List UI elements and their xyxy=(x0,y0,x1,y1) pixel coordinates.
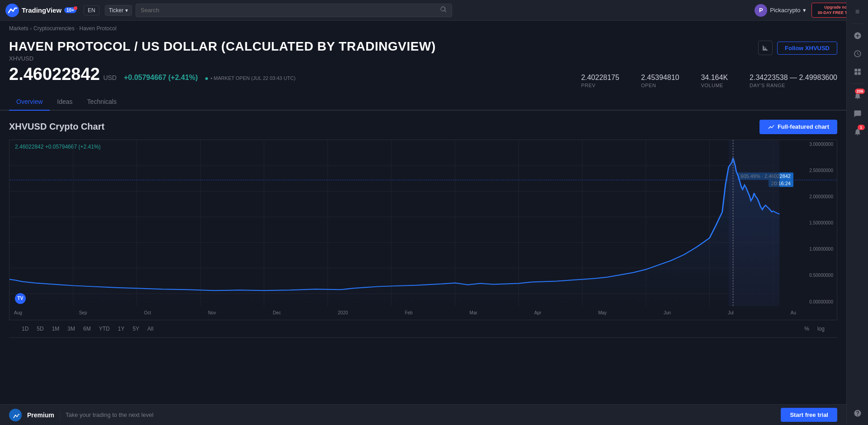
tf-log-button[interactable]: log xyxy=(814,324,828,334)
ticker-label: Ticker xyxy=(109,7,123,14)
price-main: 2.46022842 xyxy=(9,65,100,84)
chart-svg xyxy=(9,140,837,320)
stat-open-label: OPEN xyxy=(641,83,679,88)
price-display: 2.46022842 USD xyxy=(9,65,117,83)
chart-header: XHVUSD Crypto Chart Full-featured chart xyxy=(9,120,837,134)
sidebar-clock-icon[interactable] xyxy=(849,46,866,62)
sidebar-grid-icon[interactable] xyxy=(849,64,866,80)
tf-5d-button[interactable]: 5D xyxy=(33,324,47,334)
tf-5y-button[interactable]: 5Y xyxy=(129,324,143,334)
sidebar-divider-1 xyxy=(851,23,864,24)
user-chevron-icon: ▾ xyxy=(803,7,806,14)
search-bar xyxy=(136,4,452,17)
ticker-select[interactable]: Ticker ▾ xyxy=(105,5,132,16)
search-icon xyxy=(440,6,447,14)
stat-range: 2.34223538 — 2.49983600 DAY'S RANGE xyxy=(750,74,837,88)
logo-area[interactable]: TradingView 10+ xyxy=(5,4,76,17)
header-left: HAVEN PROTOCOL / US DOLLAR (CALCULATED B… xyxy=(9,39,436,62)
x-axis: Aug Sep Oct Nov Dec 2020 Feb Mar Apr May… xyxy=(14,306,796,320)
chart-title: XHVUSD Crypto Chart xyxy=(9,121,104,132)
stat-range-label: DAY'S RANGE xyxy=(750,83,837,88)
topnav: TradingView 10+ EN Ticker ▾ P Pickacrypt… xyxy=(0,0,868,21)
premium-label: Premium xyxy=(27,411,54,419)
tf-ytd-button[interactable]: YTD xyxy=(95,324,113,334)
language-button[interactable]: EN xyxy=(84,5,99,15)
stat-volume: 34.164K VOLUME xyxy=(701,74,728,88)
price-usd-label: USD xyxy=(103,74,117,81)
price-stats: 2.40228175 PREV 2.45394810 OPEN 34.164K … xyxy=(581,74,837,88)
premium-separator xyxy=(60,410,60,420)
sidebar-help-icon[interactable] xyxy=(849,405,866,421)
tabs-row: Overview Ideas Technicals xyxy=(0,93,846,111)
tv-watermark: TV xyxy=(15,293,26,304)
ticker-chevron-icon: ▾ xyxy=(125,7,128,14)
sidebar-bell2-icon[interactable]: 1 xyxy=(849,124,866,140)
symbol-subtitle: XHVUSD xyxy=(9,55,436,62)
tf-1m-button[interactable]: 1M xyxy=(48,324,63,334)
market-dot xyxy=(205,77,208,80)
right-sidebar: ≡ 206 1 xyxy=(846,0,868,425)
premium-description: Take your trading to the next level xyxy=(66,411,776,418)
stat-volume-label: VOLUME xyxy=(701,83,728,88)
breadcrumb-markets[interactable]: Markets xyxy=(9,25,28,32)
tf-1y-button[interactable]: 1Y xyxy=(114,324,128,334)
sidebar-bell-icon[interactable]: 206 xyxy=(849,88,866,104)
breadcrumb-current: Haven Protocol xyxy=(80,25,117,32)
price-row: 2.46022842 USD +0.05794667 (+2.41%) • MA… xyxy=(0,62,846,93)
full-chart-button[interactable]: Full-featured chart xyxy=(760,120,837,134)
breadcrumb-sep2: · xyxy=(76,26,78,31)
tab-technicals[interactable]: Technicals xyxy=(80,93,124,111)
sidebar-divider-2 xyxy=(851,84,864,84)
username-label: Pickacrypto xyxy=(770,7,800,14)
premium-logo-icon xyxy=(9,409,22,421)
stat-prev-value: 2.40228175 xyxy=(581,74,619,82)
compare-icon-button[interactable] xyxy=(758,41,773,55)
sidebar-chat-icon[interactable] xyxy=(849,106,866,122)
logo-text: TradingView xyxy=(22,6,61,14)
tradingview-logo-icon xyxy=(5,4,19,17)
main-content: Markets › Cryptocurrencies · Haven Proto… xyxy=(0,21,846,338)
header-area: HAVEN PROTOCOL / US DOLLAR (CALCULATED B… xyxy=(0,34,846,62)
breadcrumb-cryptocurrencies[interactable]: Cryptocurrencies xyxy=(33,25,75,32)
tf-all-button[interactable]: All xyxy=(144,324,157,334)
tf-pct-button[interactable]: % xyxy=(801,324,813,334)
tab-ideas[interactable]: Ideas xyxy=(50,93,80,111)
stat-prev: 2.40228175 PREV xyxy=(581,74,619,88)
chart-container[interactable]: 2.46022842 +0.05794667 (+2.41%) 605.49% … xyxy=(9,140,837,320)
stat-prev-label: PREV xyxy=(581,83,619,88)
breadcrumb: Markets › Cryptocurrencies · Haven Proto… xyxy=(0,21,846,34)
timeframe-row: 1D 5D 1M 3M 6M YTD 1Y 5Y All % log xyxy=(9,320,837,338)
market-status: • MARKET OPEN (JUL 22 03:43 UTC) xyxy=(205,75,296,81)
symbol-title: HAVEN PROTOCOL / US DOLLAR (CALCULATED B… xyxy=(9,39,436,54)
tab-overview[interactable]: Overview xyxy=(9,93,50,111)
sidebar-zoom-icon[interactable] xyxy=(849,28,866,44)
user-button[interactable]: P Pickacrypto ▾ xyxy=(755,4,806,17)
header-right: Follow XHVUSD xyxy=(758,41,837,55)
follow-button[interactable]: Follow XHVUSD xyxy=(777,42,837,55)
chart-section: XHVUSD Crypto Chart Full-featured chart … xyxy=(0,111,846,338)
stat-open-value: 2.45394810 xyxy=(641,74,679,82)
user-avatar: P xyxy=(755,4,767,17)
search-input[interactable] xyxy=(141,7,438,14)
badge-dot xyxy=(74,6,77,10)
stat-range-value: 2.34223538 — 2.49983600 xyxy=(750,74,837,82)
bell-badge-count: 206 xyxy=(855,89,864,94)
breadcrumb-sep1: › xyxy=(30,26,32,31)
stat-volume-value: 34.164K xyxy=(701,74,728,82)
tf-1d-button[interactable]: 1D xyxy=(18,324,32,334)
price-change: +0.05794667 (+2.41%) xyxy=(124,74,198,82)
bell2-badge-count: 1 xyxy=(858,125,865,130)
sidebar-menu-icon[interactable]: ≡ xyxy=(849,4,866,20)
tf-6m-button[interactable]: 6M xyxy=(80,324,94,334)
start-trial-button[interactable]: Start free trial xyxy=(781,408,837,422)
premium-bar: Premium Take your trading to the next le… xyxy=(0,404,846,425)
tf-3m-button[interactable]: 3M xyxy=(64,324,79,334)
stat-open: 2.45394810 OPEN xyxy=(641,74,679,88)
